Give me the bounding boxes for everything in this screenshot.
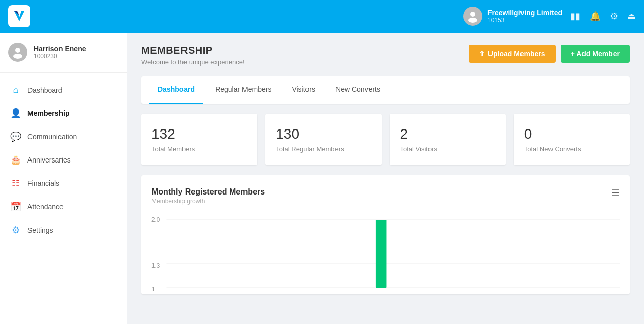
page-title: MEMBERSHIP xyxy=(141,45,245,56)
add-label: + Add Member xyxy=(571,50,620,58)
sidebar-user-id: 1000230 xyxy=(34,53,86,60)
app-logo xyxy=(8,5,30,27)
chart-title: Monthly Registered Members xyxy=(151,187,265,197)
tab-visitors[interactable]: Visitors xyxy=(284,76,323,104)
sidebar-label-financials: Financials xyxy=(27,179,59,187)
topnav-icons: ▮▮ 🔔 ⚙ ⏏ xyxy=(570,11,636,22)
power-icon[interactable]: ⏏ xyxy=(627,11,636,22)
upload-label: Upload Members xyxy=(488,50,545,58)
main-content: MEMBERSHIP Welcome to the unique experie… xyxy=(127,33,644,324)
sidebar-item-communication[interactable]: 💬 Communication xyxy=(0,125,127,148)
page-title-block: MEMBERSHIP Welcome to the unique experie… xyxy=(141,45,245,66)
svg-marker-0 xyxy=(14,11,24,21)
svg-text:2.0: 2.0 xyxy=(151,216,160,223)
financials-icon: ☷ xyxy=(10,178,21,189)
stat-value-new-converts: 0 xyxy=(524,126,620,142)
topnav-user-info: Freewillgiving Limited 10153 xyxy=(487,9,562,24)
billing-icon[interactable]: ▮▮ xyxy=(570,11,580,22)
stat-card-total-members: 132 Total Members xyxy=(141,114,257,165)
stat-value-total-members: 132 xyxy=(151,126,247,142)
sidebar-label-dashboard: Dashboard xyxy=(27,86,63,94)
sidebar-label-membership: Membership xyxy=(27,109,69,117)
topnav-org-id: 10153 xyxy=(487,17,562,24)
svg-point-4 xyxy=(15,48,20,53)
chart-title-block: Monthly Registered Members Membership gr… xyxy=(151,187,265,205)
stat-card-visitors: 2 Total Visitors xyxy=(390,114,506,165)
sidebar-item-financials[interactable]: ☷ Financials xyxy=(0,172,127,195)
sidebar-nav: ⌂ Dashboard 👤 Membership 💬 Communication… xyxy=(0,73,127,248)
svg-rect-12 xyxy=(376,220,387,288)
settings-icon[interactable]: ⚙ xyxy=(610,11,618,22)
sidebar: Harrison Enene 1000230 ⌂ Dashboard 👤 Mem… xyxy=(0,33,127,324)
sidebar-avatar xyxy=(8,43,27,62)
stat-label-visitors: Total Visitors xyxy=(400,145,496,153)
svg-point-5 xyxy=(13,54,22,59)
tab-dashboard[interactable]: Dashboard xyxy=(149,76,203,104)
stat-value-regular-members: 130 xyxy=(275,126,371,142)
chart-card: Monthly Registered Members Membership gr… xyxy=(141,175,630,294)
top-navbar: Freewillgiving Limited 10153 ▮▮ 🔔 ⚙ ⏏ xyxy=(0,0,644,33)
topnav-user: Freewillgiving Limited 10153 xyxy=(463,7,562,26)
header-actions: ⇧ Upload Members + Add Member xyxy=(469,45,630,63)
stat-card-new-converts: 0 Total New Converts xyxy=(514,114,630,165)
sidebar-item-attendance[interactable]: 📅 Attendance xyxy=(0,195,127,218)
membership-icon: 👤 xyxy=(10,108,21,119)
notification-icon[interactable]: 🔔 xyxy=(590,11,601,22)
sidebar-item-membership[interactable]: 👤 Membership xyxy=(0,102,127,125)
topnav-avatar xyxy=(463,7,482,26)
attendance-icon: 📅 xyxy=(10,201,21,212)
svg-point-2 xyxy=(470,12,475,17)
sidebar-label-attendance: Attendance xyxy=(27,203,64,211)
stat-card-regular-members: 130 Total Regular Members xyxy=(265,114,381,165)
sidebar-user-name: Harrison Enene xyxy=(34,45,86,53)
stat-label-total-members: Total Members xyxy=(151,145,247,153)
tab-regular-members[interactable]: Regular Members xyxy=(207,76,280,104)
dashboard-icon: ⌂ xyxy=(10,85,21,95)
stat-value-visitors: 2 xyxy=(400,126,496,142)
chart-header: Monthly Registered Members Membership gr… xyxy=(151,187,620,205)
sidebar-label-anniversaries: Anniversaries xyxy=(27,156,71,164)
stats-row: 132 Total Members 130 Total Regular Memb… xyxy=(141,114,630,165)
tabs-container: Dashboard Regular Members Visitors New C… xyxy=(141,76,630,104)
add-member-button[interactable]: + Add Member xyxy=(561,45,630,63)
settings-nav-icon: ⚙ xyxy=(10,224,21,236)
topnav-right: Freewillgiving Limited 10153 ▮▮ 🔔 ⚙ ⏏ xyxy=(463,7,636,26)
svg-text:1.3: 1.3 xyxy=(151,262,160,269)
chart-subtitle: Membership growth xyxy=(151,198,265,205)
stat-label-regular-members: Total Regular Members xyxy=(275,145,371,153)
tab-new-converts[interactable]: New Converts xyxy=(327,76,388,104)
sidebar-item-dashboard[interactable]: ⌂ Dashboard xyxy=(0,79,127,102)
anniversaries-icon: 🎂 xyxy=(10,154,21,166)
sidebar-label-settings: Settings xyxy=(27,226,53,234)
svg-text:1: 1 xyxy=(151,286,155,293)
sidebar-item-settings[interactable]: ⚙ Settings xyxy=(0,218,127,242)
sidebar-label-communication: Communication xyxy=(27,133,77,141)
chart-area: 2.0 1.3 1 xyxy=(151,213,620,294)
upload-icon: ⇧ xyxy=(479,50,485,58)
sidebar-item-anniversaries[interactable]: 🎂 Anniversaries xyxy=(0,148,127,172)
upload-members-button[interactable]: ⇧ Upload Members xyxy=(469,45,556,63)
topnav-org-name: Freewillgiving Limited xyxy=(487,9,562,17)
page-subtitle: Welcome to the unique experience! xyxy=(141,58,245,66)
stat-label-new-converts: Total New Converts xyxy=(524,145,620,153)
sidebar-user: Harrison Enene 1000230 xyxy=(0,33,127,73)
svg-point-3 xyxy=(468,18,477,23)
communication-icon: 💬 xyxy=(10,131,21,142)
chart-menu-icon[interactable]: ☰ xyxy=(611,187,620,199)
page-header: MEMBERSHIP Welcome to the unique experie… xyxy=(141,45,630,66)
